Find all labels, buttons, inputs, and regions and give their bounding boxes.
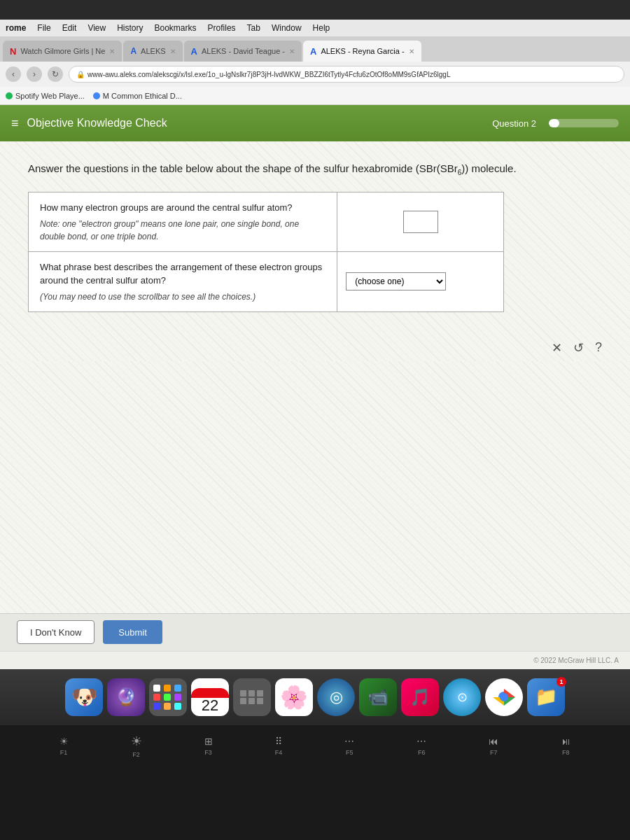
fn-key-f4[interactable]: ⠿ F4 bbox=[275, 736, 283, 756]
progress-bar-container bbox=[549, 119, 619, 127]
undo-icon[interactable]: ↺ bbox=[573, 340, 584, 356]
copyright-bar: © 2022 McGraw Hill LLC. A bbox=[0, 651, 630, 669]
submit-button[interactable]: Submit bbox=[103, 620, 162, 644]
facetime-icon: 📹 bbox=[368, 687, 388, 707]
tab-aleks-close[interactable]: ✕ bbox=[170, 48, 176, 55]
fn-key-f2[interactable]: ☀ F2 bbox=[131, 734, 142, 758]
calendar-month: APR bbox=[202, 690, 218, 696]
hamburger-icon[interactable]: ≡ bbox=[11, 116, 19, 131]
tab-david[interactable]: A ALEKS - David Teague - ✕ bbox=[184, 41, 302, 62]
menu-file[interactable]: File bbox=[37, 23, 50, 33]
tab-david-close[interactable]: ✕ bbox=[289, 48, 295, 55]
fn-keys-row: ☀ F1 ☀ F2 ⊞ F3 ⠿ F4 ⋯ F5 ⋯ F6 ⏮ F7 ⏯ F8 bbox=[0, 725, 630, 767]
bookmark-spotify[interactable]: Spotify Web Playe... bbox=[6, 92, 85, 100]
progress-bar-fill bbox=[549, 119, 559, 127]
fn-key-f1[interactable]: ☀ F1 bbox=[59, 736, 69, 756]
tab-david-label: ALEKS - David Teague - bbox=[202, 47, 285, 55]
url-input[interactable]: 🔒 www-awu.aleks.com/alekscgi/x/lsl.exe/1… bbox=[69, 66, 624, 83]
bookmark-ethics-label: M Common Ethical D... bbox=[103, 92, 182, 100]
dont-know-button[interactable]: I Don't Know bbox=[17, 620, 94, 644]
answer-cell-2: (choose one) linear bent trigonal planar… bbox=[337, 251, 504, 312]
fn-key-f5[interactable]: ⋯ F5 bbox=[344, 736, 354, 756]
dock-badge: 1 bbox=[556, 677, 566, 687]
brightness-high-icon: ☀ bbox=[131, 734, 142, 749]
safari-icon: ⊙ bbox=[457, 690, 468, 705]
arrangement-dropdown[interactable]: (choose one) linear bent trigonal planar… bbox=[346, 272, 446, 290]
fn-key-f3[interactable]: ⊞ F3 bbox=[204, 736, 213, 756]
back-button[interactable]: ‹ bbox=[6, 66, 21, 82]
menu-tome[interactable]: rome bbox=[6, 23, 26, 33]
menu-help[interactable]: Help bbox=[313, 23, 330, 33]
aleks-reyna-icon: A bbox=[310, 46, 316, 57]
menu-edit[interactable]: Edit bbox=[62, 23, 77, 33]
calendar-day: 22 bbox=[202, 698, 218, 713]
dock-facetime[interactable]: 📹 bbox=[359, 678, 397, 716]
copyright-text: © 2022 McGraw Hill LLC. A bbox=[533, 657, 619, 664]
dock-photos[interactable]: 🌸 bbox=[275, 678, 313, 716]
question-text: Answer the questions in the table below … bbox=[28, 161, 602, 178]
forward-button[interactable]: › bbox=[27, 66, 42, 82]
ethics-dot-icon bbox=[93, 92, 100, 99]
dock-music[interactable]: 🎵 bbox=[401, 678, 439, 716]
dock-launchpad[interactable] bbox=[149, 678, 187, 716]
dock-apps[interactable] bbox=[233, 678, 271, 716]
electron-groups-input[interactable] bbox=[403, 211, 438, 233]
photos-icon: 🌸 bbox=[280, 684, 308, 710]
fn-key-f6[interactable]: ⋯ F6 bbox=[416, 736, 426, 756]
question-2-text: What phrase best describes the arrangeme… bbox=[40, 260, 326, 288]
tabs-bar: N Watch Gilmore Girls | Ne ✕ A ALEKS ✕ A… bbox=[0, 36, 630, 62]
aleks-header: ≡ Objective Knowledge Check Question 2 bbox=[0, 105, 630, 141]
address-bar: ‹ › ↻ 🔒 www-awu.aleks.com/alekscgi/x/lsl… bbox=[0, 62, 630, 87]
dock-finder2[interactable]: 📁 1 bbox=[527, 678, 565, 716]
answer-table: How many electron groups are around the … bbox=[28, 192, 504, 312]
url-text: www-awu.aleks.com/alekscgi/x/lsl.exe/1o_… bbox=[88, 71, 451, 78]
dock: 🐶 🔮 APR 22 🌸 ◎ 📹 bbox=[0, 669, 630, 725]
tab-netflix-label: Watch Gilmore Girls | Ne bbox=[20, 47, 105, 55]
tab-netflix[interactable]: N Watch Gilmore Girls | Ne ✕ bbox=[3, 41, 122, 62]
finder-icon: 🐶 bbox=[71, 685, 97, 709]
refresh-button[interactable]: ↻ bbox=[48, 66, 63, 82]
tab-reyna-close[interactable]: ✕ bbox=[409, 48, 414, 55]
spotify-dot-icon bbox=[6, 92, 13, 99]
mission-control-icon: ⊞ bbox=[204, 736, 213, 747]
fn-key-f8[interactable]: ⏯ F8 bbox=[561, 736, 570, 756]
tab-netflix-close[interactable]: ✕ bbox=[109, 48, 115, 55]
finder2-icon: 📁 bbox=[535, 686, 557, 708]
menu-profiles[interactable]: Profiles bbox=[208, 23, 236, 33]
tab-aleks[interactable]: A ALEKS ✕ bbox=[123, 41, 182, 62]
rewind-icon: ⏮ bbox=[489, 736, 498, 747]
content-spacer bbox=[0, 361, 630, 613]
fn-key-f7[interactable]: ⏮ F7 bbox=[489, 736, 498, 756]
table-row: How many electron groups are around the … bbox=[29, 192, 504, 252]
help-icon[interactable]: ? bbox=[595, 340, 602, 355]
dock-calendar[interactable]: APR 22 bbox=[191, 678, 229, 716]
lock-icon: 🔒 bbox=[76, 71, 85, 78]
tab-reyna[interactable]: A ALEKS - Reyna Garcia - ✕ bbox=[303, 41, 421, 62]
bookmark-ethics[interactable]: M Common Ethical D... bbox=[93, 92, 182, 100]
menu-view[interactable]: View bbox=[88, 23, 106, 33]
question-cell-2: What phrase best describes the arrangeme… bbox=[29, 251, 337, 312]
menu-tab[interactable]: Tab bbox=[247, 23, 260, 33]
aleks-icon: A bbox=[130, 46, 136, 56]
menu-bar: rome File Edit View History Bookmarks Pr… bbox=[0, 20, 630, 36]
table-row: What phrase best describes the arrangeme… bbox=[29, 251, 504, 312]
question-cell-1: How many electron groups are around the … bbox=[29, 192, 337, 252]
brightness-low-icon: ☀ bbox=[59, 736, 69, 747]
dock-chrome[interactable] bbox=[485, 678, 523, 716]
tab-aleks-label: ALEKS bbox=[141, 47, 165, 55]
menu-bookmarks[interactable]: Bookmarks bbox=[155, 23, 197, 33]
menu-history[interactable]: History bbox=[117, 23, 143, 33]
chrome-icon bbox=[490, 683, 518, 711]
action-row: ✕ ↺ ? bbox=[0, 337, 630, 361]
dock-safari[interactable]: ⊙ bbox=[443, 678, 481, 716]
keyboard-backlight-low-icon: ⋯ bbox=[344, 736, 354, 747]
question-label: Question 2 bbox=[492, 118, 536, 129]
siri-icon: 🔮 bbox=[115, 687, 136, 707]
launchpad-key-icon: ⠿ bbox=[275, 736, 282, 747]
dock-circle1[interactable]: ◎ bbox=[317, 678, 355, 716]
question-1-text: How many electron groups are around the … bbox=[40, 201, 326, 215]
dock-siri[interactable]: 🔮 bbox=[107, 678, 145, 716]
close-icon[interactable]: ✕ bbox=[552, 340, 562, 356]
menu-window[interactable]: Window bbox=[272, 23, 302, 33]
dock-finder[interactable]: 🐶 bbox=[65, 678, 103, 716]
